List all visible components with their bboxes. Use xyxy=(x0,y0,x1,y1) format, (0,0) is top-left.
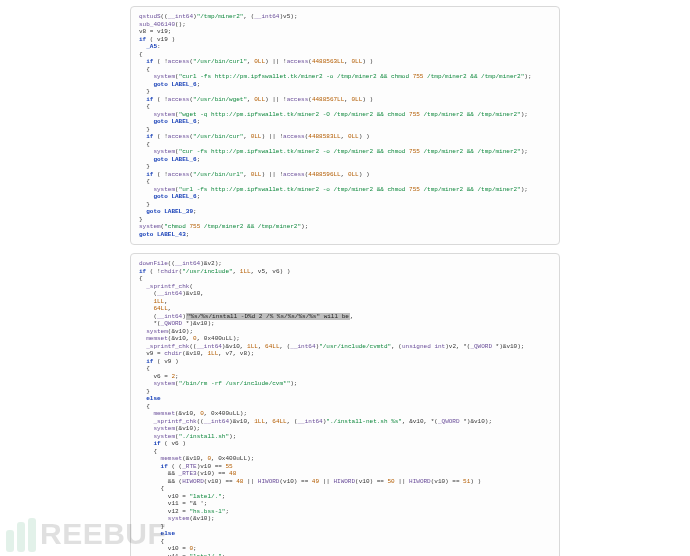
watermark-logo-icon xyxy=(6,518,36,552)
code-block-bottom: downFile((__int64)&v2); if ( !chdir("/us… xyxy=(130,253,560,556)
code-block-top: qstudS((__int64)"/tmp/miner2", (__int64)… xyxy=(130,6,560,245)
code-content-top: qstudS((__int64)"/tmp/miner2", (__int64)… xyxy=(139,13,551,238)
code-content-bottom: downFile((__int64)&v2); if ( !chdir("/us… xyxy=(139,260,551,556)
